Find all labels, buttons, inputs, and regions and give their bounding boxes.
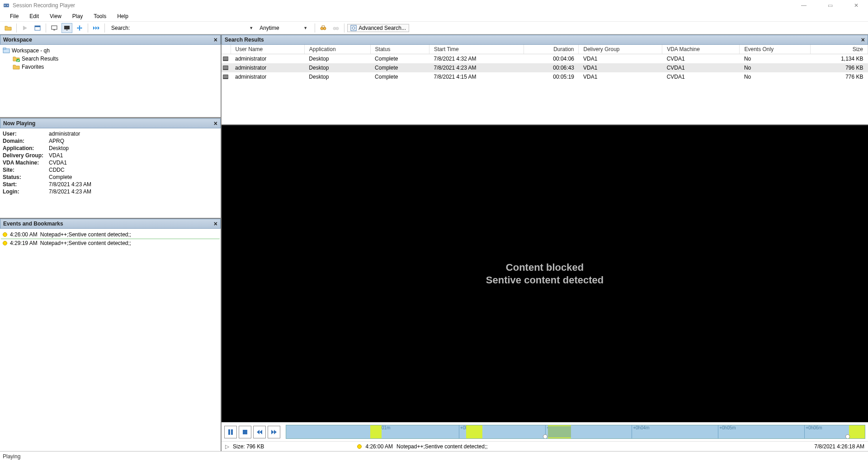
now-playing-row: VDA Machine:CVDA1: [3, 159, 218, 166]
np-label: Delivery Group:: [3, 152, 49, 159]
workspace-tree: Workspace - qh Search Results Favorites: [0, 45, 221, 117]
svg-rect-31: [231, 429, 233, 435]
timeline-selection[interactable]: [548, 426, 571, 437]
svg-rect-5: [52, 26, 57, 29]
menu-file[interactable]: File: [5, 12, 24, 21]
column-header[interactable]: Delivery Group: [579, 45, 662, 54]
tree-item-label: Favorites: [22, 64, 44, 70]
np-label: User:: [3, 131, 49, 137]
close-icon[interactable]: ×: [214, 36, 217, 43]
event-dot-icon: [357, 444, 362, 449]
recording-icon: [222, 72, 231, 81]
table-row[interactable]: administratorDesktopComplete7/8/2021 4:3…: [222, 54, 868, 64]
column-header[interactable]: Size: [811, 45, 868, 54]
tree-favorites[interactable]: Favorites: [3, 63, 218, 71]
restore-window-button[interactable]: [32, 23, 43, 33]
open-folder-button[interactable]: [3, 23, 14, 33]
table-row[interactable]: administratorDesktopComplete7/8/2021 4:1…: [222, 72, 868, 81]
event-dot-icon: [3, 241, 7, 245]
np-value: APRQ: [49, 138, 218, 144]
timeline-event-marker[interactable]: [849, 425, 865, 438]
search-dropdown-arrow[interactable]: ▼: [249, 26, 253, 30]
column-header[interactable]: Duration: [524, 45, 579, 54]
monitor1-button[interactable]: [49, 23, 60, 33]
play-button[interactable]: [19, 23, 30, 33]
close-icon[interactable]: ×: [861, 36, 865, 43]
now-playing-row: Start:7/8/2021 4:23 AM: [3, 181, 218, 188]
timeline[interactable]: +0h01m+0h02m+0h03m+0h04m+0h05m+0h06m: [286, 425, 865, 439]
minimize-button[interactable]: ―: [795, 2, 813, 9]
monitor2-button[interactable]: [61, 23, 72, 33]
recording-icon: [222, 54, 231, 64]
menu-tools[interactable]: Tools: [88, 12, 112, 21]
svg-rect-8: [66, 30, 68, 30]
svg-rect-4: [35, 26, 40, 27]
column-header[interactable]: Start Time: [429, 45, 524, 54]
event-text: Notepad++;Sentive content detected;;: [40, 240, 131, 246]
timeline-event-marker[interactable]: [370, 425, 382, 438]
menu-play[interactable]: Play: [67, 12, 88, 21]
separator: [16, 24, 17, 33]
timeline-event-marker[interactable]: [476, 425, 482, 438]
results-body: User NameApplicationStatusStart TimeDura…: [222, 45, 868, 124]
separator: [88, 24, 88, 33]
table-row[interactable]: administratorDesktopComplete7/8/2021 4:2…: [222, 63, 868, 72]
maximize-button[interactable]: ▭: [821, 2, 839, 9]
np-value: 7/8/2021 4:23 AM: [49, 181, 218, 188]
play-indicator-icon: ▷: [225, 443, 229, 450]
svg-point-9: [321, 27, 323, 30]
events-title: Events and Bookmarks: [3, 221, 214, 227]
close-icon[interactable]: ×: [214, 120, 217, 127]
playback-clock: 7/8/2021 4:26:18 AM: [814, 443, 864, 450]
svg-rect-7: [64, 26, 70, 29]
menu-view[interactable]: View: [44, 12, 67, 21]
advanced-search-button[interactable]: Advanced Search...: [347, 24, 409, 32]
svg-rect-29: [223, 77, 228, 78]
status-text: Playing: [3, 453, 20, 460]
column-header[interactable]: VDA Machine: [662, 45, 740, 54]
time-filter-select[interactable]: Anytime ▼: [258, 24, 312, 33]
now-playing-row: Site:CDDC: [3, 166, 218, 174]
close-icon[interactable]: ×: [214, 220, 217, 227]
np-value: Desktop: [49, 145, 218, 151]
close-window-button[interactable]: ✕: [847, 2, 865, 9]
now-playing-row: Login:7/8/2021 4:23 AM: [3, 188, 218, 195]
event-row[interactable]: 4:26:00 AMNotepad++;Sentive content dete…: [1, 230, 220, 239]
menu-help[interactable]: Help: [112, 12, 134, 21]
event-dot-icon: [3, 232, 7, 237]
np-value: Complete: [49, 174, 218, 180]
binoculars-search-icon[interactable]: [318, 23, 329, 33]
stop-button[interactable]: [239, 426, 251, 438]
timeline-event-marker[interactable]: [466, 425, 478, 438]
np-label: VDA Machine:: [3, 160, 49, 166]
separator: [104, 24, 105, 33]
skip-forward-button[interactable]: [91, 23, 102, 33]
size-label: Size: 796 KB: [233, 443, 264, 450]
workspace-panel-header: Workspace ×: [0, 35, 221, 45]
column-header[interactable]: Status: [370, 45, 429, 54]
search-label: Search:: [111, 25, 130, 31]
column-header[interactable]: Events Only: [740, 45, 811, 54]
playback-info-row: ▷ Size: 796 KB 4:26:00 AM Notepad++;Sent…: [222, 441, 868, 451]
folder-check-icon: [13, 55, 20, 62]
pause-button[interactable]: [224, 426, 237, 438]
results-table: User NameApplicationStatusStart TimeDura…: [222, 45, 868, 81]
move-icon[interactable]: [74, 23, 85, 33]
tree-root[interactable]: Workspace - qh: [3, 47, 218, 55]
search-input[interactable]: [133, 24, 246, 33]
menu-edit[interactable]: Edit: [24, 12, 44, 21]
fast-forward-button[interactable]: [268, 426, 280, 438]
timeline-tick-label: +0h05m: [719, 425, 736, 430]
timeline-playhead[interactable]: [543, 434, 547, 439]
event-time: 4:29:19 AM: [10, 240, 38, 246]
info-event-time: 4:26:00 AM: [365, 443, 393, 450]
tree-search-results[interactable]: Search Results: [3, 55, 218, 63]
column-header[interactable]: Application: [304, 45, 370, 54]
rewind-button[interactable]: [253, 426, 266, 438]
column-header[interactable]: User Name: [231, 45, 304, 54]
svg-point-12: [336, 27, 339, 30]
event-row[interactable]: 4:29:19 AMNotepad++;Sentive content dete…: [1, 239, 220, 247]
separator: [344, 24, 344, 33]
timeline-playhead[interactable]: [845, 434, 850, 439]
svg-rect-0: [4, 4, 9, 7]
